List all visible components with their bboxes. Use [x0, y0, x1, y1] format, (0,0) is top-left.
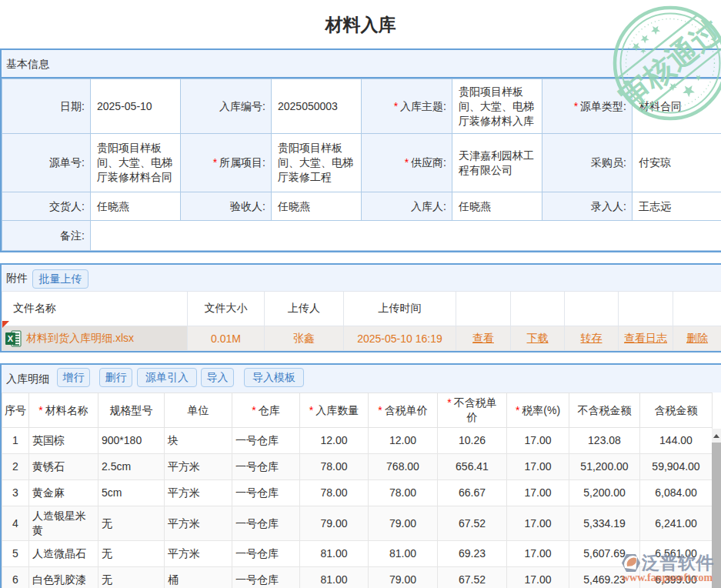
- svg-text:X: X: [8, 334, 14, 343]
